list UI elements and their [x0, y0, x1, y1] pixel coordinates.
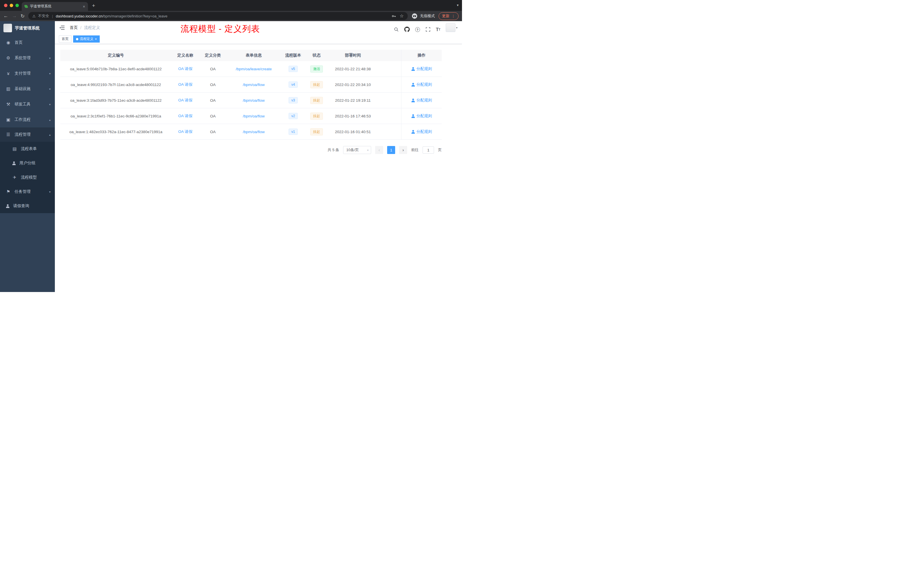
sidebar-item-infrastructure[interactable]: ▥ 基础设施 ▾	[0, 81, 55, 97]
definition-category: OA	[199, 77, 226, 92]
sidebar-item-dev-tools[interactable]: ⚒ 研发工具 ▾	[0, 97, 55, 112]
browser-tab-strip: 芋道管理系统 × + ▾	[0, 0, 462, 11]
sidebar-item-process-management[interactable]: ☰ 流程管理 ▴	[0, 127, 55, 142]
assign-rule-button[interactable]: 分配规则	[411, 98, 432, 103]
definition-id: oa_leave:4:991f2193-7b7f-11ec-a3c8-acde4…	[60, 77, 172, 92]
browser-update-button[interactable]: 更新 ⋮	[439, 12, 459, 20]
definition-id: oa_leave:5:004b710b-7b8a-11ec-8ef0-acde4…	[60, 61, 172, 77]
document-icon: ▤	[12, 146, 17, 152]
sidebar-item-leave-query[interactable]: 请假查询	[0, 199, 55, 213]
font-size-icon[interactable]: TT	[436, 27, 441, 32]
sidebar-item-system-management[interactable]: ⚙ 系统管理 ▾	[0, 50, 55, 66]
sidebar-item-label: 系统管理	[15, 55, 31, 61]
password-key-icon[interactable]	[391, 14, 396, 18]
assign-rule-button[interactable]: 分配规则	[411, 82, 432, 87]
window-controls	[4, 4, 19, 7]
definition-name-link[interactable]: OA 请假	[178, 82, 193, 87]
form-info-link[interactable]: /bpm/oa/flow	[243, 130, 265, 134]
goto-label: 前往	[411, 147, 419, 153]
goto-page-input[interactable]	[422, 146, 434, 154]
reload-icon[interactable]: ↻	[21, 13, 25, 19]
form-info-link[interactable]: /bpm/oa/flow	[243, 114, 265, 118]
avatar-caret-icon: ▾	[456, 26, 457, 29]
tag-label: 首页	[62, 36, 69, 41]
next-page-button[interactable]: ›	[399, 146, 407, 154]
browser-toolbar: ← → ↻ ⚠ 不安全 | dashboard.yudao.iocoder.cn…	[0, 11, 462, 21]
column-header-version: 流程版本	[281, 50, 305, 61]
list-icon: ☰	[6, 132, 11, 137]
sidebar-item-label: 请假查询	[13, 203, 29, 209]
chevron-down-icon: ▾	[49, 72, 51, 75]
definition-name-link[interactable]: OA 请假	[178, 129, 193, 134]
sidebar-item-process-model[interactable]: ✈ 流程模型	[0, 170, 55, 185]
incognito-icon	[411, 13, 418, 19]
help-icon[interactable]: ?	[415, 27, 420, 32]
status-badge: 挂起	[310, 128, 323, 135]
definition-name-link[interactable]: OA 请假	[178, 114, 193, 119]
tag-home[interactable]: 首页	[59, 35, 71, 43]
version-badge: v3	[289, 97, 298, 104]
address-bar[interactable]: ⚠ 不安全 | dashboard.yudao.iocoder.cn/bpm/m…	[28, 12, 408, 20]
assign-rule-button[interactable]: 分配规则	[411, 66, 432, 71]
prev-page-button[interactable]: ‹	[375, 146, 383, 154]
avatar[interactable]: ▾	[446, 23, 457, 32]
sidebar-item-user-groups[interactable]: 用户分组	[0, 156, 55, 170]
status-badge: 激活	[310, 66, 323, 73]
chevron-down-icon: ▾	[49, 87, 51, 91]
form-info-link[interactable]: /bpm/oa/flow	[243, 98, 265, 102]
chevron-down-icon: ▾	[367, 148, 369, 152]
column-header-name: 定义名称	[172, 50, 199, 61]
page-size-select[interactable]: 10条/页 ▾	[343, 146, 371, 154]
assign-rule-button[interactable]: 分配规则	[411, 129, 432, 134]
security-label: 不安全	[38, 13, 49, 18]
sidebar-item-task-management[interactable]: ⚑ 任务管理 ▾	[0, 185, 55, 199]
search-icon[interactable]	[394, 27, 399, 32]
window-close-button[interactable]	[4, 4, 7, 7]
version-badge: v5	[289, 66, 298, 72]
tab-close-icon[interactable]: ×	[83, 5, 85, 8]
app-header: 首页 / 流程定义 流程模型 - 定义列表 ?	[55, 21, 462, 34]
window-zoom-button[interactable]	[15, 4, 19, 7]
yen-icon: ¥	[6, 71, 11, 76]
sidebar-item-label: 研发工具	[15, 102, 31, 107]
definition-name-link[interactable]: OA 请假	[178, 66, 193, 71]
assign-rule-button[interactable]: 分配规则	[411, 114, 432, 119]
form-info-link[interactable]: /bpm/oa/flow	[243, 82, 265, 87]
update-label: 更新	[442, 13, 449, 18]
form-info-link[interactable]: /bpm/oa/leave/create	[236, 67, 272, 71]
sidebar-item-payment-management[interactable]: ¥ 支付管理 ▾	[0, 66, 55, 81]
page-number-button[interactable]: 1	[387, 146, 395, 154]
paper-plane-icon: ✈	[12, 175, 17, 180]
tag-process-definition[interactable]: 流程定义 ×	[73, 35, 100, 43]
tag-close-icon[interactable]: ×	[95, 37, 97, 41]
definition-name-link[interactable]: OA 请假	[178, 98, 193, 103]
bookmark-star-icon[interactable]: ☆	[400, 14, 404, 18]
github-icon[interactable]	[404, 26, 410, 32]
security-warning-icon: ⚠	[32, 14, 36, 18]
forward-icon[interactable]: →	[12, 13, 17, 19]
tab-search-chevron-icon[interactable]: ▾	[457, 3, 459, 7]
sidebar-toggle-icon[interactable]	[59, 25, 64, 30]
sidebar-item-workflow[interactable]: ▣ 工作流程 ▴	[0, 112, 55, 127]
fullscreen-icon[interactable]	[426, 27, 431, 32]
column-header-time: 部署时间	[328, 50, 378, 61]
breadcrumb-separator: /	[80, 25, 81, 30]
browser-tab[interactable]: 芋道管理系统 ×	[22, 2, 88, 11]
version-badge: v2	[289, 113, 298, 119]
users-icon	[12, 162, 16, 165]
sidebar-item-process-form[interactable]: ▤ 流程表单	[0, 142, 55, 156]
breadcrumb-current: 流程定义	[84, 25, 100, 30]
sidebar-item-label: 流程管理	[15, 132, 31, 137]
logo-title: 芋道管理系统	[15, 25, 40, 31]
window-minimize-button[interactable]	[10, 4, 13, 7]
back-icon[interactable]: ←	[3, 13, 8, 19]
sidebar-item-label: 用户分组	[20, 160, 35, 166]
deploy-time: 2022-01-22 20:34:10	[328, 77, 378, 92]
breadcrumb-home[interactable]: 首页	[70, 25, 78, 30]
logo-avatar	[3, 24, 12, 32]
kebab-menu-icon[interactable]: ⋮	[451, 14, 455, 18]
url-host: dashboard.yudao.iocoder.cn	[56, 14, 102, 18]
sidebar-item-home[interactable]: ◉ 首页	[0, 35, 55, 50]
url-path: /bpm/manager/definition?key=oa_leave	[102, 14, 167, 18]
new-tab-button[interactable]: +	[92, 3, 95, 9]
